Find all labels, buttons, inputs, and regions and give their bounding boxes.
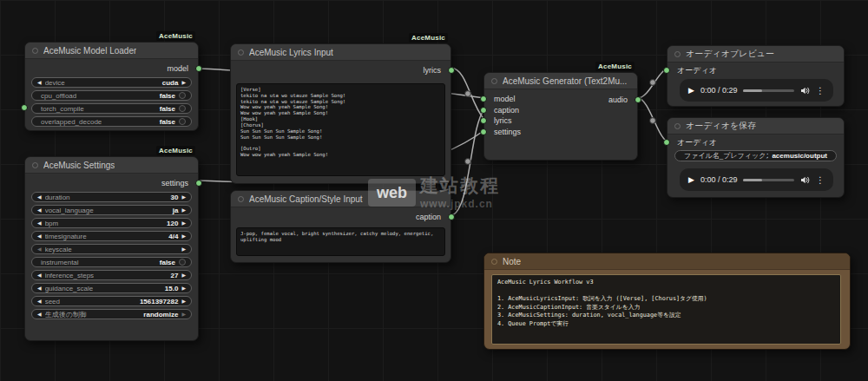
widget-seed[interactable]: ◀ seed 1561397282 ▶ [31, 296, 192, 306]
player-time: 0:00 / 0:29 [700, 86, 738, 95]
increment-arrow-icon[interactable]: ▶ [181, 80, 186, 85]
collapse-dot-icon[interactable] [32, 48, 38, 54]
node-title: AceMusic Caption/Style Input [249, 194, 363, 204]
node-lyrics-input[interactable]: AceMusic AceMusic Lyrics Input lyrics [V… [230, 43, 451, 184]
toggle-knob-icon[interactable] [179, 259, 186, 266]
widget-instrumental[interactable]: instrumental false [31, 257, 192, 267]
widget-cpu-offload[interactable]: cpu_offload false [31, 90, 192, 101]
collapse-dot-icon[interactable] [32, 162, 38, 168]
decrement-arrow-icon[interactable]: ◀ [37, 286, 42, 291]
lyrics-textarea[interactable]: [Verse] tekito na uta wo utauze Sample S… [236, 83, 445, 176]
seek-bar-fill [743, 179, 761, 181]
node-header[interactable]: オーディオを保存 [667, 118, 844, 135]
node-audio-preview[interactable]: オーディオプレビュー オーディオ ▶ 0:00 / 0:29 ⋮ [667, 45, 845, 107]
node-header[interactable]: AceMusic Caption/Style Input [231, 191, 450, 207]
node-caption-input[interactable]: AceMusic Caption/Style Input caption J-p… [230, 190, 451, 263]
increment-arrow-icon[interactable]: ▶ [181, 246, 186, 252]
node-header[interactable]: AceMusic Model Loader [25, 43, 198, 59]
node-note[interactable]: Note AceMusic Lyrics Workflow v3 1. AceM… [483, 253, 851, 350]
input-socket-settings[interactable] [480, 128, 487, 135]
node-header[interactable]: Note [484, 253, 850, 270]
widget-overlapped-decode[interactable]: overlapped_decode false [31, 116, 192, 127]
input-label-model: model [494, 95, 516, 103]
node-graph-canvas[interactable]: AceMusic AceMusic Model Loader model ◀ d… [0, 0, 868, 381]
decrement-arrow-icon[interactable]: ◀ [37, 246, 42, 252]
widget-guidance-scale[interactable]: ◀ guidance_scale 15.0 ▶ [31, 283, 192, 293]
increment-arrow-icon[interactable]: ▶ [181, 233, 186, 239]
decrement-arrow-icon[interactable]: ◀ [37, 299, 42, 304]
input-socket-model[interactable] [480, 95, 487, 102]
output-socket-settings[interactable] [195, 180, 202, 187]
decrement-arrow-icon[interactable]: ◀ [37, 194, 42, 200]
increment-arrow-icon[interactable]: ▶ [181, 286, 186, 291]
node-badge: AceMusic [156, 146, 195, 155]
widget-control-after-generate[interactable]: ◀ 生成後の制御 randomize ▶ [31, 309, 192, 319]
node-audio-save[interactable]: オーディオを保存 オーディオ ファイル名_プレフィックス acemusic/ou… [667, 117, 845, 198]
node-header[interactable]: AceMusic Generator (Text2Mu... [484, 73, 637, 89]
increment-arrow-icon[interactable]: ▶ [181, 220, 186, 226]
increment-arrow-icon[interactable]: ▶ [181, 273, 186, 278]
increment-arrow-icon[interactable]: ▶ [181, 312, 186, 317]
toggle-knob-icon[interactable] [179, 105, 186, 112]
audio-player[interactable]: ▶ 0:00 / 0:29 ⋮ [680, 168, 833, 191]
widget-keyscale[interactable]: ◀ keyscale ▶ [31, 244, 192, 254]
input-label-audio: オーディオ [677, 65, 717, 76]
node-title: オーディオプレビュー [686, 48, 774, 60]
collapse-dot-icon[interactable] [491, 259, 497, 265]
decrement-arrow-icon[interactable]: ◀ [37, 312, 42, 317]
seek-bar[interactable] [743, 89, 794, 92]
collapse-dot-icon[interactable] [674, 123, 681, 129]
widget-bpm[interactable]: ◀ bpm 120 ▶ [31, 218, 192, 228]
increment-arrow-icon[interactable]: ▶ [181, 299, 186, 304]
collapse-dot-icon[interactable] [238, 49, 244, 56]
volume-icon[interactable] [800, 86, 810, 95]
output-socket-audio[interactable] [635, 96, 641, 103]
input-socket-audio[interactable] [663, 67, 670, 74]
decrement-arrow-icon[interactable]: ◀ [37, 273, 42, 278]
node-header[interactable]: AceMusic Lyrics Input [231, 44, 450, 61]
node-model-loader[interactable]: AceMusic AceMusic Model Loader model ◀ d… [24, 42, 199, 131]
audio-player[interactable]: ▶ 0:00 / 0:29 ⋮ [680, 79, 833, 102]
play-button[interactable]: ▶ [688, 175, 694, 184]
node-title: オーディオを保存 [686, 120, 756, 132]
decrement-arrow-icon[interactable]: ◀ [37, 233, 42, 239]
more-options-icon[interactable]: ⋮ [816, 175, 825, 185]
widget-timesignature[interactable]: ◀ timesignature 4/4 ▶ [31, 231, 192, 241]
toggle-knob-icon[interactable] [179, 118, 186, 125]
collapse-dot-icon[interactable] [238, 196, 244, 202]
collapse-dot-icon[interactable] [491, 78, 497, 84]
link-dot [465, 159, 471, 165]
decrement-arrow-icon[interactable]: ◀ [37, 207, 42, 213]
node-header[interactable]: AceMusic Settings [25, 157, 198, 174]
widget-vocal-language[interactable]: ◀ vocal_language ja ▶ [31, 205, 192, 215]
caption-textarea[interactable]: J-pop, female vocal, bright synthesizer,… [236, 227, 445, 256]
input-socket-lyrics[interactable] [480, 117, 487, 124]
widget-filename-prefix[interactable]: ファイル名_プレフィックス acemusic/output [674, 150, 837, 161]
collapse-dot-icon[interactable] [674, 51, 681, 57]
toggle-knob-icon[interactable] [179, 92, 186, 99]
widget-inference-steps[interactable]: ◀ inference_steps 27 ▶ [31, 270, 192, 280]
decrement-arrow-icon[interactable]: ◀ [37, 220, 42, 226]
increment-arrow-icon[interactable]: ▶ [181, 207, 186, 213]
output-socket-caption[interactable] [448, 213, 455, 220]
widget-device[interactable]: ◀ device cuda ▶ [31, 77, 192, 88]
input-label-caption: caption [494, 106, 519, 115]
node-settings[interactable]: AceMusic AceMusic Settings settings ◀ du… [24, 156, 199, 341]
node-generator[interactable]: AceMusic AceMusic Generator (Text2Mu... … [483, 72, 638, 161]
more-options-icon[interactable]: ⋮ [816, 86, 825, 95]
input-socket-audio[interactable] [663, 139, 670, 146]
output-socket-model[interactable] [195, 65, 202, 72]
increment-arrow-icon[interactable]: ▶ [181, 194, 186, 200]
seek-bar[interactable] [743, 179, 794, 181]
input-socket-torch-compile[interactable] [21, 104, 28, 111]
input-socket-caption[interactable] [480, 107, 487, 114]
widget-duration[interactable]: ◀ duration 30 ▶ [31, 192, 192, 202]
output-label-model: model [167, 64, 188, 73]
play-button[interactable]: ▶ [688, 86, 694, 95]
widget-torch-compile[interactable]: torch_compile false [31, 103, 192, 114]
node-header[interactable]: オーディオプレビュー [667, 46, 844, 62]
decrement-arrow-icon[interactable]: ◀ [37, 80, 42, 85]
note-textarea[interactable]: AceMusic Lyrics Workflow v3 1. AceMusicL… [491, 274, 841, 345]
output-socket-lyrics[interactable] [448, 67, 455, 74]
volume-icon[interactable] [800, 175, 810, 185]
